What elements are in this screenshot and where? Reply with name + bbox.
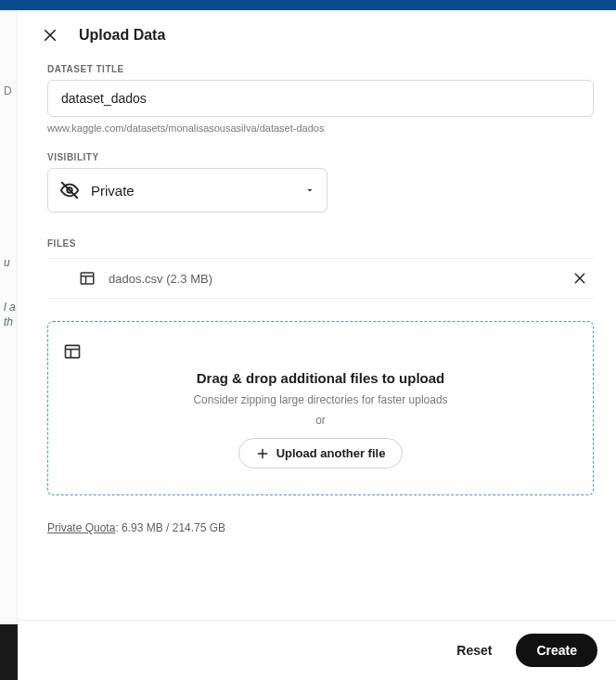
dropzone-or: or <box>63 414 578 427</box>
dataset-url-hint: www.kaggle.com/datasets/monalisasousasil… <box>47 122 594 134</box>
modal-header: Upload Data <box>18 10 616 57</box>
background-footer <box>0 624 18 680</box>
modal-title: Upload Data <box>79 27 165 44</box>
close-button[interactable] <box>40 25 60 45</box>
close-icon <box>42 27 58 44</box>
file-row: dados.csv (2.3 MB) <box>47 258 594 299</box>
quota-text: Private Quota: 6.93 MB / 214.75 GB <box>47 521 594 534</box>
create-button[interactable]: Create <box>516 634 597 667</box>
upload-another-button[interactable]: Upload another file <box>238 438 404 468</box>
modal-body: DATASET TITLE www.kaggle.com/datasets/mo… <box>18 57 616 620</box>
dataset-title-section: DATASET TITLE www.kaggle.com/datasets/mo… <box>47 64 594 134</box>
close-icon <box>572 271 587 286</box>
visibility-select[interactable]: Private <box>47 168 327 212</box>
dropzone[interactable]: Drag & drop additional files to upload C… <box>47 321 594 495</box>
table-icon <box>63 342 578 361</box>
quota-label[interactable]: Private Quota <box>47 521 115 534</box>
quota-value: : 6.93 MB / 214.75 GB <box>115 521 225 534</box>
file-name: dados.csv (2.3 MB) <box>109 272 557 286</box>
visibility-section: VISIBILITY Private <box>47 152 594 212</box>
svg-rect-9 <box>66 345 80 357</box>
reset-button[interactable]: Reset <box>445 635 503 665</box>
visibility-off-icon <box>59 180 80 200</box>
file-size-text: (2.3 MB) <box>166 272 212 286</box>
file-remove-button[interactable] <box>570 268 590 289</box>
dataset-title-label: DATASET TITLE <box>47 64 594 74</box>
background-sidebar: D ul ath <box>0 10 18 624</box>
dropzone-subtitle: Consider zipping large directories for f… <box>63 393 578 406</box>
file-name-text: dados.csv <box>109 272 163 286</box>
visibility-label: VISIBILITY <box>47 152 594 162</box>
chevron-down-icon <box>304 185 315 196</box>
upload-modal: Upload Data DATASET TITLE www.kaggle.com… <box>18 10 616 680</box>
files-label: FILES <box>47 238 594 249</box>
dataset-title-input[interactable] <box>47 80 594 117</box>
dropzone-title: Drag & drop additional files to upload <box>63 370 578 386</box>
visibility-value: Private <box>91 183 135 199</box>
app-topbar <box>0 0 616 10</box>
table-icon <box>79 270 96 287</box>
upload-another-label: Upload another file <box>276 446 386 460</box>
modal-footer: Reset Create <box>18 620 616 680</box>
svg-rect-4 <box>81 273 94 284</box>
plus-icon <box>256 447 269 460</box>
